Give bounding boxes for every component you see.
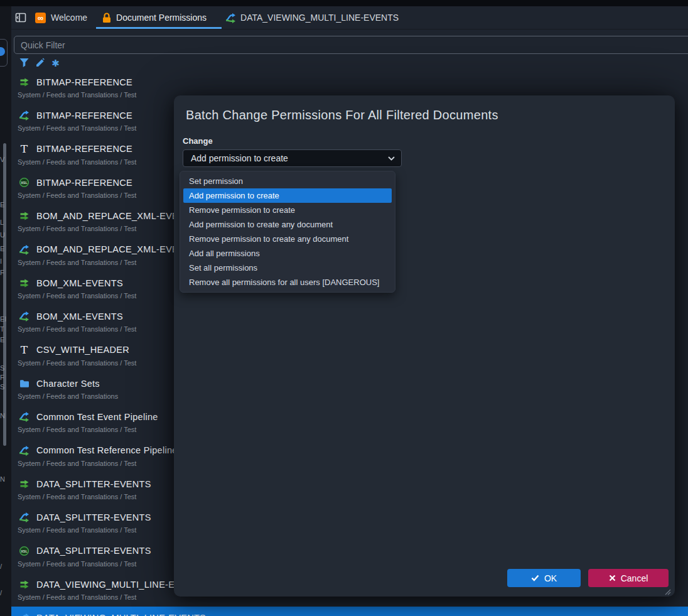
document-title: DATA_SPLITTER-EVENTS xyxy=(36,479,151,489)
pipeline-icon xyxy=(19,613,30,616)
clipped-text-fragment: E xyxy=(0,245,10,252)
tab-welcome[interactable]: ∞ Welcome xyxy=(26,6,96,29)
clipped-text-fragment: F xyxy=(0,374,10,381)
ok-button[interactable]: OK xyxy=(507,569,581,587)
change-select-value: Add permission to create xyxy=(191,153,288,163)
dropdown-option[interactable]: Add all permissions xyxy=(183,246,392,261)
ok-label: OK xyxy=(544,573,557,583)
pipeline-icon xyxy=(225,13,236,23)
document-title: BOM_XML-EVENTS xyxy=(36,278,123,288)
dropdown-option[interactable]: Remove permission to create xyxy=(183,203,392,217)
document-title: Character Sets xyxy=(36,379,100,389)
sidebar-toggle-icon[interactable] xyxy=(15,12,26,23)
document-title: DATA_SPLITTER-EVENTS xyxy=(36,512,151,522)
dropdown-option[interactable]: Remove permission to create any document xyxy=(183,232,392,246)
clipped-text-fragment: E xyxy=(0,336,10,343)
xslt-icon: XSL xyxy=(19,177,30,188)
tab-document-permissions[interactable]: Document Permissions xyxy=(96,6,222,29)
change-dropdown-menu: Set permissionAdd permission to createRe… xyxy=(180,171,395,293)
dropdown-option[interactable]: Set permission xyxy=(183,174,392,188)
document-title: BITMAP-REFERENCE xyxy=(36,144,132,154)
feed-icon xyxy=(19,77,30,87)
clipped-text-fragment: T xyxy=(0,325,10,333)
clipped-text-fragment: I xyxy=(0,257,10,265)
folder-icon xyxy=(19,378,30,389)
cancel-label: Cancel xyxy=(621,573,648,583)
document-title: CSV_WITH_HEADER xyxy=(36,345,129,355)
filter-toolbar: ✱ xyxy=(19,57,61,68)
feed-icon xyxy=(19,210,30,221)
clipped-left-panel: VELUEIFEITESFSNN// xyxy=(0,6,12,616)
cancel-button[interactable]: Cancel xyxy=(588,569,669,587)
document-title: Common Test Event Pipeline xyxy=(36,412,158,422)
feed-icon xyxy=(19,579,30,590)
clipped-text-fragment: EI xyxy=(0,315,10,323)
batch-change-permissions-dialog: Batch Change Permissions For All Filtere… xyxy=(174,95,675,597)
document-title: BOM_AND_REPLACE_XML-EVENTS xyxy=(36,211,197,221)
edit-icon[interactable] xyxy=(35,58,45,68)
change-label: Change xyxy=(183,136,213,146)
pipeline-icon xyxy=(19,110,30,121)
feed-icon xyxy=(19,478,30,489)
document-title: BITMAP-REFERENCE xyxy=(36,178,132,188)
document-title: BITMAP-REFERENCE xyxy=(36,111,132,121)
document-title: Common Test Reference Pipeline xyxy=(36,445,178,455)
infinity-icon: ∞ xyxy=(35,13,46,23)
text-icon: T xyxy=(19,144,30,154)
svg-text:XSL: XSL xyxy=(21,549,28,553)
svg-text:XSL: XSL xyxy=(21,181,28,185)
dialog-resize-handle[interactable] xyxy=(664,586,671,594)
dialog-title: Batch Change Permissions For All Filtere… xyxy=(186,108,498,122)
clipped-text-fragment: U xyxy=(0,231,10,239)
clipped-blue-dot xyxy=(0,47,5,56)
window-top-strip xyxy=(0,0,688,6)
tab-label: Welcome xyxy=(51,13,87,23)
pipeline-icon xyxy=(19,311,30,322)
clipped-text-fragment: E xyxy=(0,201,10,208)
pipeline-icon xyxy=(19,411,30,422)
document-title: BOM_XML-EVENTS xyxy=(36,311,123,322)
pipeline-icon xyxy=(19,445,30,456)
clipped-text-fragment: N xyxy=(0,412,10,419)
filter-icon[interactable] xyxy=(19,58,30,68)
quick-filter-input[interactable] xyxy=(14,36,688,54)
clipped-text-fragment: V xyxy=(0,156,10,163)
check-icon xyxy=(531,575,539,581)
lock-icon xyxy=(102,13,111,23)
feed-icon xyxy=(19,278,30,288)
clipped-text-fragment: N xyxy=(0,475,10,483)
document-title: DATA_SPLITTER-EVENTS xyxy=(36,546,151,556)
tab-bar: ∞ Welcome Document Permissions DATA_VIEW… xyxy=(11,6,688,30)
pipeline-icon xyxy=(19,512,30,522)
tab-label: Document Permissions xyxy=(116,13,207,23)
clipped-widget xyxy=(0,39,8,67)
asterisk-icon[interactable]: ✱ xyxy=(50,58,61,68)
document-title: DATA_VIEWING_MULTI_LINE-EVENTS xyxy=(36,613,206,616)
text-icon: T xyxy=(19,345,30,355)
chevron-down-icon xyxy=(388,156,395,161)
clipped-text-fragment: S xyxy=(0,364,10,372)
list-item[interactable]: DATA_VIEWING_MULTI_LINE-EVENTSSystem / F… xyxy=(11,607,688,616)
change-select[interactable]: Add permission to create xyxy=(183,149,402,167)
clipped-text-fragment: / xyxy=(0,589,10,597)
dropdown-option[interactable]: Set all permissions xyxy=(183,261,392,275)
left-panel-scrollbar[interactable] xyxy=(3,143,6,446)
tab-label: DATA_VIEWING_MULTI_LINE-EVENTS xyxy=(240,13,399,23)
document-title: BITMAP-REFERENCE xyxy=(36,77,132,87)
pipeline-icon xyxy=(19,244,30,255)
dropdown-option[interactable]: Add permission to create xyxy=(183,188,392,203)
clipped-text-fragment: F xyxy=(0,269,10,276)
document-title: BOM_AND_REPLACE_XML-EVENTS xyxy=(36,244,197,254)
dropdown-option[interactable]: Remove all permissions for all users [DA… xyxy=(183,275,392,289)
tab-data-viewing-multi-line-events[interactable]: DATA_VIEWING_MULTI_LINE-EVENTS xyxy=(222,6,409,29)
close-icon xyxy=(609,575,616,581)
dropdown-option[interactable]: Add permission to create any document xyxy=(183,217,392,232)
clipped-text-fragment: S xyxy=(0,383,10,391)
clipped-text-fragment: / xyxy=(0,563,10,570)
clipped-text-fragment: L xyxy=(0,219,10,226)
xslt-icon: XSL xyxy=(19,546,30,556)
